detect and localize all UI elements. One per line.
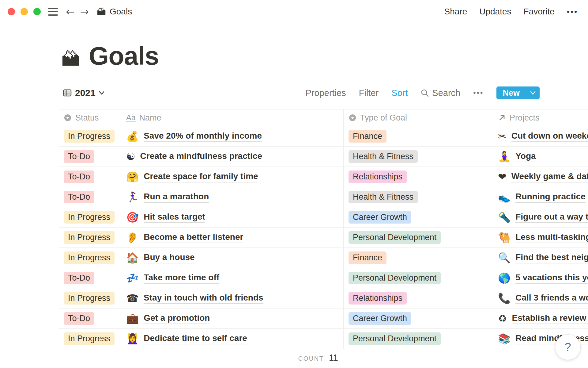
share-button[interactable]: Share <box>444 7 467 17</box>
type-of-goal-cell[interactable]: Personal Development <box>344 329 493 349</box>
goal-page-link[interactable]: Stay in touch with old friends <box>144 293 263 304</box>
project-page-link[interactable]: 5 vacations this yea <box>515 272 588 284</box>
type-of-goal-cell[interactable]: Relationships <box>344 167 493 187</box>
type-of-goal-cell[interactable]: Personal Development <box>344 228 493 247</box>
type-of-goal-cell[interactable]: Career Growth <box>344 207 493 227</box>
goal-page-link[interactable]: Run a marathon <box>144 191 209 203</box>
breadcrumb[interactable]: 🏔 Goals <box>97 6 132 17</box>
help-button[interactable]: ? <box>555 334 581 360</box>
goal-page-link[interactable]: Hit sales target <box>144 212 205 223</box>
type-of-goal-cell[interactable]: Health & Fitness <box>344 147 493 167</box>
filter-button[interactable]: Filter <box>359 88 379 98</box>
type-of-goal-cell[interactable]: Relationships <box>344 288 493 308</box>
name-cell[interactable]: 💤 Take more time off <box>121 268 344 288</box>
sort-button[interactable]: Sort <box>391 88 408 98</box>
type-of-goal-badge: Relationships <box>349 171 407 183</box>
column-header-type-of-goal[interactable]: Type of Goal <box>344 109 493 126</box>
projects-cell[interactable]: ✂ Cut down on weekd <box>493 126 588 146</box>
sidebar-menu-icon[interactable] <box>48 8 58 16</box>
status-cell[interactable]: In Progress <box>59 288 121 308</box>
window-minimize-button[interactable] <box>21 8 28 15</box>
status-cell[interactable]: In Progress <box>59 329 121 349</box>
new-button-caret[interactable] <box>526 86 540 99</box>
name-cell[interactable]: ☎ Stay in touch with old friends <box>121 288 344 308</box>
name-cell[interactable]: 🤗 Create space for family time <box>121 167 344 187</box>
mountain-icon: 🏔 <box>97 6 106 17</box>
status-badge: In Progress <box>64 332 115 345</box>
goal-page-link[interactable]: Get a promotion <box>144 313 210 324</box>
status-cell[interactable]: To-Do <box>59 309 121 328</box>
name-cell[interactable]: 🏠 Buy a house <box>121 248 344 268</box>
new-button[interactable]: New <box>496 86 540 99</box>
new-button-label[interactable]: New <box>496 86 526 99</box>
back-arrow-icon[interactable]: ← <box>66 6 75 17</box>
status-badge: To-Do <box>64 171 94 183</box>
projects-cell[interactable]: 🔦 Figure out a way to g <box>493 207 588 227</box>
more-options-icon[interactable]: ••• <box>567 7 578 17</box>
projects-cell[interactable]: 📞 Call 3 friends a wee <box>493 288 588 308</box>
window-close-button[interactable] <box>8 8 15 15</box>
projects-cell[interactable]: 🌎 5 vacations this yea <box>493 268 588 288</box>
goal-page-link[interactable]: Create space for family time <box>144 171 258 183</box>
column-header-projects[interactable]: Projects <box>493 109 588 126</box>
name-cell[interactable]: 💼 Get a promotion <box>121 309 344 328</box>
name-cell[interactable]: 👂 Become a better listener <box>121 228 344 247</box>
projects-cell[interactable]: ♻ Establish a review c <box>493 309 588 328</box>
column-header-name[interactable]: Aa Name <box>121 109 344 126</box>
project-page-link[interactable]: Weekly game & date <box>511 171 588 183</box>
project-page-link[interactable]: Establish a review c <box>512 313 588 324</box>
name-cell[interactable]: 💰 Save 20% of monthly income <box>121 126 344 146</box>
goal-emoji-icon: 🎯 <box>126 212 139 222</box>
table-header-row: Status Aa Name Type of Goal Projects <box>59 109 588 126</box>
type-of-goal-cell[interactable]: Career Growth <box>344 309 493 328</box>
properties-button[interactable]: Properties <box>306 88 346 98</box>
projects-cell[interactable]: 👟 Running practice <box>493 187 588 207</box>
name-cell[interactable]: 🏃‍♀️ Run a marathon <box>121 187 344 207</box>
window-zoom-button[interactable] <box>33 8 41 15</box>
status-cell[interactable]: To-Do <box>59 268 121 288</box>
goal-page-link[interactable]: Buy a house <box>144 252 194 264</box>
project-page-link[interactable]: Figure out a way to g <box>515 212 588 223</box>
projects-cell[interactable]: 🐫 Less multi-tasking <box>493 228 588 247</box>
name-cell[interactable]: 💆‍♀️ Dedicate time to self care <box>121 329 344 349</box>
window-topbar: ← → 🏔 Goals Share Updates Favorite ••• <box>0 0 588 23</box>
status-cell[interactable]: In Progress <box>59 228 121 247</box>
project-page-link[interactable]: Less multi-tasking <box>515 232 588 243</box>
project-page-link[interactable]: Call 3 friends a wee <box>515 293 588 304</box>
goal-page-link[interactable]: Become a better listener <box>144 232 243 243</box>
project-page-link[interactable]: Running practice <box>515 191 586 203</box>
projects-cell[interactable]: ❤ Weekly game & date <box>493 167 588 187</box>
type-of-goal-cell[interactable]: Finance <box>344 248 493 268</box>
type-of-goal-badge: Personal Development <box>349 332 441 345</box>
goal-emoji-icon: 💼 <box>126 313 139 324</box>
status-cell[interactable]: In Progress <box>59 248 121 268</box>
goal-page-link[interactable]: Save 20% of monthly income <box>144 131 262 142</box>
goal-page-link[interactable]: Create a mindfulness practice <box>140 151 262 163</box>
status-cell[interactable]: In Progress <box>59 207 121 227</box>
type-of-goal-cell[interactable]: Health & Fitness <box>344 187 493 207</box>
goal-page-link[interactable]: Take more time off <box>144 272 219 284</box>
favorite-button[interactable]: Favorite <box>524 7 555 17</box>
type-of-goal-cell[interactable]: Finance <box>344 126 493 146</box>
goal-emoji-icon: 👂 <box>126 232 139 243</box>
project-page-link[interactable]: Find the best neighb <box>515 252 588 264</box>
project-page-link[interactable]: Yoga <box>515 151 536 163</box>
updates-button[interactable]: Updates <box>479 7 511 17</box>
name-cell[interactable]: 🎯 Hit sales target <box>121 207 344 227</box>
column-header-status[interactable]: Status <box>59 109 121 126</box>
type-of-goal-cell[interactable]: Personal Development <box>344 268 493 288</box>
search-button[interactable]: Search <box>420 88 460 98</box>
status-cell[interactable]: To-Do <box>59 147 121 167</box>
goal-page-link[interactable]: Dedicate time to self care <box>144 333 247 345</box>
view-switcher[interactable]: 2021 <box>63 88 105 98</box>
projects-cell[interactable]: 🧘‍♀️ Yoga <box>493 147 588 167</box>
view-more-options-icon[interactable]: ••• <box>473 89 484 97</box>
type-of-goal-badge: Finance <box>349 130 386 143</box>
project-page-link[interactable]: Cut down on weekd <box>511 131 588 142</box>
status-cell[interactable]: To-Do <box>59 187 121 207</box>
status-cell[interactable]: In Progress <box>59 126 121 146</box>
name-cell[interactable]: ☯ Create a mindfulness practice <box>121 147 344 167</box>
projects-cell[interactable]: 🔍 Find the best neighb <box>493 248 588 268</box>
forward-arrow-icon[interactable]: → <box>80 6 89 17</box>
status-cell[interactable]: To-Do <box>59 167 121 187</box>
